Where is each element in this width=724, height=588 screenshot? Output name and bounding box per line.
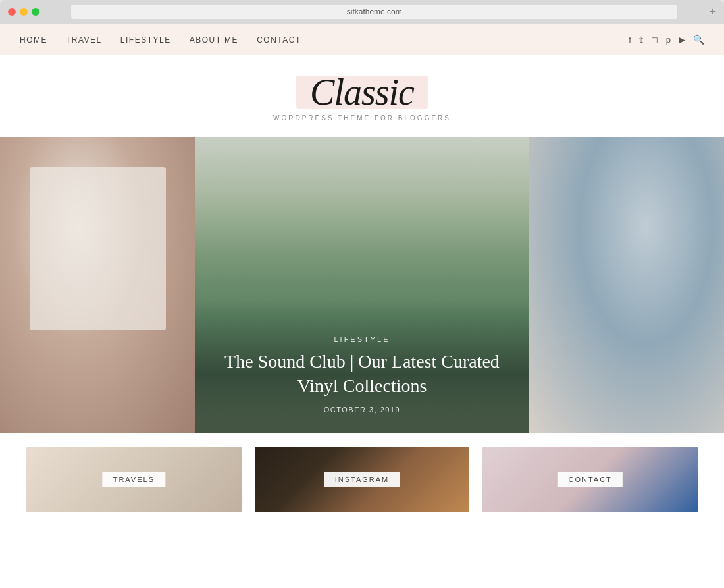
url-bar[interactable]: sitkatheme.com [71,5,677,19]
logo-area: Classic [310,74,414,110]
site-logo[interactable]: Classic [310,74,414,110]
nav-item-about[interactable]: ABOUT ME [190,34,238,45]
website-content: HOME TRAVEL LIFESTYLE ABOUT ME CONTACT f… [0,24,724,588]
woman-water-image [529,137,724,433]
hero-title: The Sound Club | Our Latest Curated Viny… [215,350,509,398]
url-text: sitkatheme.com [347,7,402,16]
travels-label: TRAVELS [103,472,165,487]
nav-links: HOME TRAVEL LIFESTYLE ABOUT ME CONTACT [20,34,301,45]
nav-link-travel[interactable]: TRAVEL [66,36,102,45]
contact-label: CONTACT [557,472,622,487]
woman-flowers-image [0,137,195,433]
hero-date: OCTOBER 3, 2019 [324,406,400,414]
new-tab-button[interactable]: + [709,5,716,19]
hero-overlay: LIFESTYLE The Sound Club | Our Latest Cu… [195,316,529,433]
facebook-icon[interactable]: f [629,35,631,45]
browser-titlebar: sitkatheme.com + [0,0,724,24]
maximize-button[interactable] [32,8,39,16]
youtube-icon[interactable]: ▶ [679,35,685,45]
date-dash-left [297,410,317,410]
nav-item-contact[interactable]: CONTACT [257,34,301,45]
social-icons: f 𝕥 ◻ p ▶ 🔍 [629,34,704,45]
hero-date-line: OCTOBER 3, 2019 [215,406,509,414]
browser-dots [8,8,39,16]
navigation: HOME TRAVEL LIFESTYLE ABOUT ME CONTACT f… [0,24,724,55]
close-button[interactable] [8,8,16,16]
search-icon[interactable]: 🔍 [693,34,704,45]
category-tiles: TRAVELS INSTAGRAM CONTACT [0,433,724,526]
hero-grid: LIFESTYLE The Sound Club | Our Latest Cu… [0,137,724,433]
nav-item-travel[interactable]: TRAVEL [66,34,102,45]
instagram-icon[interactable]: ◻ [651,35,658,45]
date-dash-right [407,410,427,410]
browser-window: sitkatheme.com + HOME TRAVEL LIFESTYLE A… [0,0,724,588]
hero-right-image[interactable] [529,137,724,433]
hero-left-image[interactable] [0,137,195,433]
nav-item-lifestyle[interactable]: LIFESTYLE [120,34,171,45]
site-header: Classic WORDPRESS THEME FOR BLOGGERS [0,55,724,137]
minimize-button[interactable] [20,8,28,16]
hero-category: LIFESTYLE [215,335,509,343]
nav-link-contact[interactable]: CONTACT [257,36,301,45]
site-tagline: WORDPRESS THEME FOR BLOGGERS [273,114,451,122]
nav-link-about[interactable]: ABOUT ME [190,36,238,45]
instagram-tile[interactable]: INSTAGRAM [255,447,470,512]
twitter-icon[interactable]: 𝕥 [639,35,643,45]
nav-item-home[interactable]: HOME [20,34,47,45]
instagram-label: INSTAGRAM [324,472,400,487]
pinterest-icon[interactable]: p [666,35,671,45]
nav-link-lifestyle[interactable]: LIFESTYLE [120,36,171,45]
travels-tile[interactable]: TRAVELS [26,447,242,512]
hero-center-image[interactable]: LIFESTYLE The Sound Club | Our Latest Cu… [195,137,529,433]
contact-tile[interactable]: CONTACT [482,447,698,512]
nav-link-home[interactable]: HOME [20,36,47,45]
